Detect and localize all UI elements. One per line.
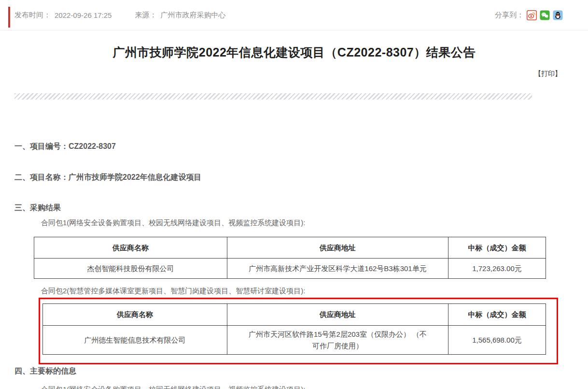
header-supplier-address: 供应商地址 xyxy=(227,237,448,259)
print-button[interactable]: 【打印】 xyxy=(534,70,561,78)
publish-time-label: 发布时间： xyxy=(14,11,51,20)
qq-share-icon[interactable] xyxy=(553,10,563,20)
wechat-share-icon[interactable] xyxy=(540,10,550,20)
package2-result-table: 供应商名称 供应商地址 中标（成交）金额 广州德生智能信息技术有限公司 广州市天… xyxy=(42,303,546,355)
clipped-bottom-text: 合同包1(网络安全设备购置项目、校园无线网络建设项目、视频监控系统建设项目): xyxy=(41,385,306,389)
header-award-amount: 中标（成交）金额 xyxy=(448,304,546,326)
supplier-address-cell: 广州市高新技术产业开发区科学大道162号B3栋301单元 xyxy=(227,259,448,279)
table-row: 广州德生智能信息技术有限公司 广州市天河区软件路15号第2层203室（仅限办公）… xyxy=(43,326,546,355)
header-supplier-name: 供应商名称 xyxy=(43,304,227,326)
share-area: 分享到： xyxy=(495,0,563,30)
page-title: 广州市技师学院2022年信息化建设项目（CZ2022-8307）结果公告 xyxy=(0,44,588,60)
header-award-amount: 中标（成交）金额 xyxy=(448,237,546,259)
source-value: 广州市政府采购中心 xyxy=(160,11,225,20)
section-procurement-result: 三、采购结果 xyxy=(14,203,61,213)
header-supplier-address: 供应商地址 xyxy=(227,304,448,326)
header-supplier-name: 供应商名称 xyxy=(34,237,227,259)
left-accent-mark xyxy=(8,7,10,28)
award-amount-cell: 1,565,698.00元 xyxy=(448,326,546,355)
section-project-name: 二、项目名称：广州市技师学院2022年信息化建设项目 xyxy=(14,173,202,183)
supplier-name-cell: 杰创智能科技股份有限公司 xyxy=(34,259,227,279)
package1-result-table: 供应商名称 供应商地址 中标（成交）金额 杰创智能科技股份有限公司 广州市高新技… xyxy=(34,237,546,279)
source-label: 来源： xyxy=(135,11,156,20)
publish-time-value: 2022-09-26 17:25 xyxy=(55,11,112,19)
share-label: 分享到： xyxy=(495,11,524,20)
award-amount-cell: 1,723,263.00元 xyxy=(448,259,546,279)
publish-info: 发布时间：2022-09-26 17:25 来源：广州市政府采购中心 xyxy=(14,0,225,30)
supplier-address-cell: 广州市天河区软件路15号第2层203室（仅限办公） （不可作厂房使用） xyxy=(227,326,448,355)
supplier-name-cell: 广州德生智能信息技术有限公司 xyxy=(43,326,227,355)
section-main-subject-info: 四、主要标的信息 xyxy=(14,366,76,376)
meta-bar: 发布时间：2022-09-26 17:25 来源：广州市政府采购中心 分享到： xyxy=(0,0,588,30)
table-row: 杰创智能科技股份有限公司 广州市高新技术产业开发区科学大道162号B3栋301单… xyxy=(34,259,546,279)
weibo-share-icon[interactable] xyxy=(527,10,537,20)
hatched-divider xyxy=(14,93,532,100)
table-header-row: 供应商名称 供应商地址 中标（成交）金额 xyxy=(43,304,546,326)
package1-intro: 合同包1(网络安全设备购置项目、校园无线网络建设项目、视频监控系统建设项目): xyxy=(41,218,306,228)
section-project-number: 一、项目编号：CZ2022-8307 xyxy=(14,142,116,152)
table-header-row: 供应商名称 供应商地址 中标（成交）金额 xyxy=(34,237,546,259)
package2-intro: 合同包2(智慧管控多媒体课室更新项目、智慧门岗建设项目、智慧研讨室建设项目): xyxy=(41,287,306,296)
announcement-page: 发布时间：2022-09-26 17:25 来源：广州市政府采购中心 分享到： xyxy=(0,0,588,389)
